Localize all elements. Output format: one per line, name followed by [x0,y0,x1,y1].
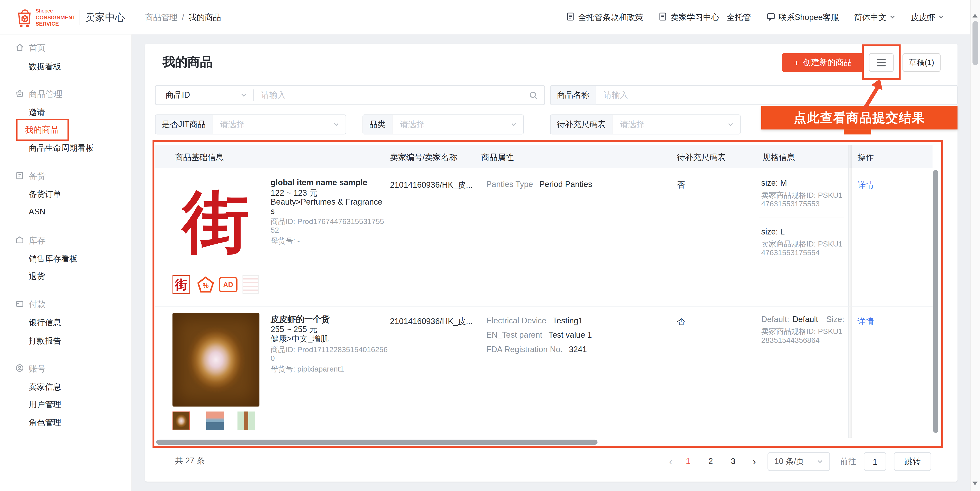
page-number-3[interactable]: 3 [725,451,741,472]
jump-button[interactable]: 跳转 [894,452,931,471]
page-number-1[interactable]: 1 [680,451,696,472]
chevron-down-icon [939,13,945,22]
goto-label: 前往 [840,451,856,472]
document-icon [658,11,668,23]
chevron-down-icon [511,115,517,134]
category-filter-select[interactable]: 请选择 [393,115,511,134]
chevron-down-icon [333,115,339,134]
create-product-label: 创建新的商品 [803,57,852,68]
page-size-select[interactable]: 10 条/页 [767,452,830,471]
sizechart-filter-group: 待补充尺码表 请选择 [550,115,741,135]
category-filter-group: 品类 请选择 [363,115,524,135]
logo-line2: CONSIGNMENT [36,14,75,21]
sidebar-item-payment-report[interactable]: 打款报告 [29,334,61,348]
window-scrollbar-track[interactable] [970,0,980,491]
breadcrumb-current: 我的商品 [188,11,221,23]
page-number-2[interactable]: 2 [703,451,719,472]
language-label: 简体中文 [854,11,886,23]
chevron-down-icon [889,13,896,22]
goto-page-input[interactable]: 1 [864,452,886,471]
header-actions: 全托管条款和政策 卖家学习中心 - 全托管 联系Shopee客服 简体中文 皮皮… [566,0,945,34]
sidebar-item-dashboard[interactable]: 数据看板 [29,60,61,74]
sidebar-item-bank-info[interactable]: 银行信息 [29,316,61,330]
jit-filter-select[interactable]: 请选择 [213,115,333,134]
sidebar-item-role-management[interactable]: 角色管理 [29,416,61,430]
search-field-label: 商品ID [166,89,190,101]
clipboard-icon [15,171,24,182]
annotation-tab [844,129,871,134]
create-product-button[interactable]: + 创建新的商品 [782,53,864,72]
jit-filter-label: 是否JIT商品 [156,115,213,134]
pagination-total: 共 27 条 [175,455,205,467]
chevron-down-icon [240,92,247,98]
sidebar-item-invite[interactable]: 邀请 [29,106,45,120]
logo-line1: Shopee [36,8,75,14]
sizechart-filter-label: 待补充尺码表 [550,115,612,134]
sidebar-item-seller-info[interactable]: 卖家信息 [29,380,61,394]
sidebar-section-label: 商品管理 [29,89,63,100]
sidebar-section-label: 账号 [29,363,46,375]
search-input[interactable]: 请输入 [254,86,529,104]
sidebar-item-sales-inventory[interactable]: 销售库存看板 [29,252,78,266]
plus-icon: + [794,58,799,67]
sidebar-item-asn[interactable]: ASN [29,205,45,219]
sidebar-section-products: 商品管理 [15,88,62,101]
next-page-button[interactable]: › [746,451,763,472]
draft-button[interactable]: 草稿(1) [902,53,940,72]
policy-link-label: 全托管条款和政策 [578,11,643,23]
name-filter-label: 商品名称 [550,86,596,104]
search-field-selector[interactable]: 商品ID [156,86,253,104]
chevron-down-icon [727,115,733,134]
language-selector[interactable]: 简体中文 [854,11,896,23]
name-filter-group: 商品名称 请输入 [550,85,958,105]
sidebar-section-account: 账号 [15,362,45,376]
sidebar-item-my-products[interactable]: 我的商品 [25,123,59,137]
chat-icon [766,11,775,23]
annotation-box-table [153,140,943,448]
contact-support-label: 联系Shopee客服 [778,11,839,23]
page-title: 我的商品 [162,54,213,71]
jit-filter-group: 是否JIT商品 请选择 [155,115,346,135]
annotation-box-hamburger [862,45,901,80]
sidebar-section-label: 首页 [29,43,46,54]
annotation-arrow [854,79,888,114]
sidebar-section-home: 首页 [15,41,45,55]
sidebar-section-label: 备货 [29,171,46,182]
learning-center-label: 卖家学习中心 - 全托管 [671,11,751,23]
wallet-icon [15,299,24,311]
scrollbar-down-arrow[interactable] [972,481,977,485]
sidebar-section-inventory: 库存 [15,234,45,248]
policy-link[interactable]: 全托管条款和政策 [566,11,643,23]
sidebar-item-returns[interactable]: 退货 [29,269,45,283]
category-filter-label: 品类 [363,115,393,134]
draft-button-label: 草稿(1) [909,57,934,68]
prev-page-button[interactable]: ‹ [662,451,679,472]
search-icon[interactable] [529,86,538,104]
breadcrumb-parent[interactable]: 商品管理 [145,11,178,23]
learning-center-link[interactable]: 卖家学习中心 - 全托管 [658,11,751,23]
sidebar-section-stocking: 备货 [15,169,45,183]
sidebar-item-user-management[interactable]: 用户管理 [29,398,61,412]
username-label: 皮皮虾 [911,11,935,23]
logo-wordmark: Shopee CONSIGNMENT SERVICE [36,8,75,27]
user-menu[interactable]: 皮皮虾 [911,11,945,23]
window-scrollbar-thumb[interactable] [972,21,978,65]
warehouse-icon [15,235,24,247]
header-divider [79,10,80,25]
person-icon [15,363,24,375]
portal-title: 卖家中心 [85,0,125,34]
contact-support-link[interactable]: 联系Shopee客服 [766,11,839,23]
chevron-down-icon [817,457,823,466]
logo-line3: SERVICE [36,21,75,27]
sidebar-section-label: 付款 [29,299,46,310]
home-icon [15,42,24,54]
sizechart-filter-select[interactable]: 请选择 [612,115,727,134]
sidebar-item-lifecycle[interactable]: 商品生命周期看板 [29,141,94,155]
document-icon [566,11,575,23]
page-size-label: 10 条/页 [775,456,804,467]
name-filter-input[interactable]: 请输入 [596,86,957,104]
breadcrumb: 商品管理 / 我的商品 [145,0,221,34]
scrollbar-up-arrow[interactable] [972,14,977,18]
breadcrumb-separator: / [182,13,184,22]
sidebar-item-stock-orders[interactable]: 备货订单 [29,188,61,201]
